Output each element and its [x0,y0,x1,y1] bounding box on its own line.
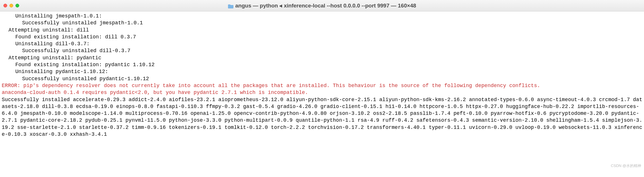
folder-icon [228,3,233,8]
close-button[interactable] [3,4,7,7]
maximize-button[interactable] [15,4,19,7]
terminal-line: Uninstalling dill-0.3.7: [2,40,642,47]
terminal-line: Successfully uninstalled dill-0.3.7 [2,47,642,54]
terminal-line: Attempting uninstall: pydantic [2,54,642,61]
terminal-line: Found existing installation: dill 0.3.7 [2,34,642,40]
traffic-lights [3,4,19,7]
window-titlebar: angus — python ◂ xinference-local --host… [0,0,644,11]
terminal-line: Uninstalling pydantic-1.10.12: [2,68,642,75]
terminal-line: anaconda-cloud-auth 0.1.4 requires pydan… [2,89,642,96]
terminal-line: Successfully installed accelerate-0.29.3… [2,96,642,138]
window-title: angus — python ◂ xinference-local --host… [228,2,416,9]
window-title-text: angus — python ◂ xinference-local --host… [235,2,416,9]
terminal-output[interactable]: Uninstalling jmespath-1.0.1:Successfully… [0,11,644,139]
terminal-line: Attempting uninstall: dill [2,27,642,34]
terminal-line: ERROR: pip's dependency resolver does no… [2,82,642,89]
terminal-line: Found existing installation: pydantic 1.… [2,61,642,68]
terminal-line: Successfully uninstalled jmespath-1.0.1 [2,19,642,26]
minimize-button[interactable] [9,4,13,7]
terminal-line: Uninstalling jmespath-1.0.1: [2,13,642,19]
terminal-line: Successfully uninstalled pydantic-1.10.1… [2,75,642,82]
